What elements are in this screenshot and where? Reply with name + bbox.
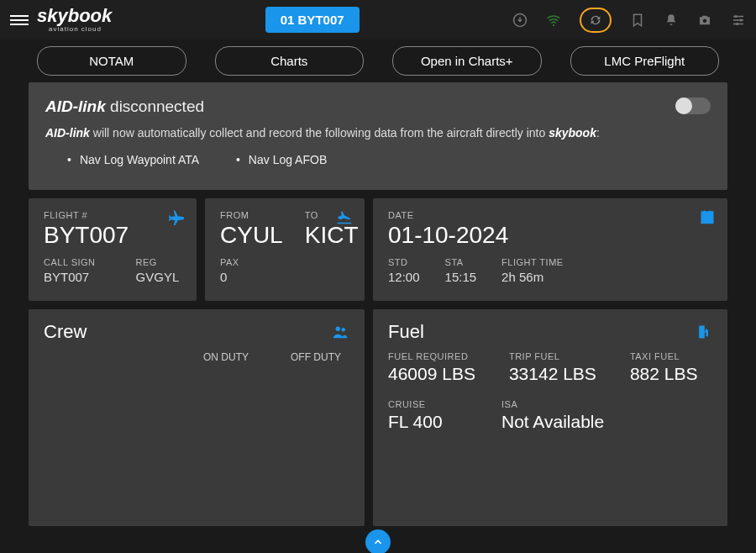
- bell-icon[interactable]: [664, 13, 679, 28]
- aid-link-toggle[interactable]: [675, 97, 711, 114]
- on-duty-header: ON DUTY: [203, 351, 249, 363]
- date-value: 01-10-2024: [388, 222, 712, 249]
- flight-num-label: FLIGHT #: [44, 210, 181, 220]
- flight-selector-button[interactable]: 01 BYT007: [265, 7, 360, 33]
- cruise-label: CRUISE: [388, 399, 468, 409]
- to-value: KICT: [305, 222, 359, 249]
- svg-point-6: [336, 327, 341, 332]
- callsign-label: CALL SIGN: [44, 257, 96, 267]
- trip-fuel-label: TRIP FUEL: [509, 351, 596, 361]
- sta-label: STA: [445, 257, 477, 267]
- takeoff-icon: [336, 208, 353, 225]
- svg-point-3: [735, 15, 738, 18]
- settings-sliders-icon[interactable]: [731, 13, 746, 28]
- flighttime-value: 2h 56m: [501, 270, 564, 284]
- pax-label: PAX: [220, 257, 349, 267]
- brand-tagline: aviation cloud: [49, 26, 112, 33]
- wifi-icon[interactable]: [546, 13, 561, 28]
- toggle-knob: [675, 97, 692, 114]
- off-duty-header: OFF DUTY: [291, 351, 341, 363]
- menu-icon[interactable]: [10, 15, 29, 25]
- svg-point-5: [736, 23, 738, 25]
- plane-icon: [168, 208, 185, 225]
- date-label: DATE: [388, 210, 712, 220]
- flighttime-label: FLIGHT TIME: [501, 257, 564, 267]
- svg-point-1: [553, 24, 554, 25]
- tab-notam[interactable]: NOTAM: [37, 46, 186, 76]
- fuel-card[interactable]: Fuel FUEL REQUIRED 46009 LBS TRIP FUEL 3…: [373, 309, 727, 526]
- reg-label: REG: [136, 257, 180, 267]
- pax-value: 0: [220, 270, 349, 284]
- aid-link-description: AID-link will now automatically collect …: [45, 126, 711, 140]
- route-card[interactable]: FROM CYUL TO KICT PAX 0: [205, 198, 365, 301]
- crew-columns: ON DUTY OFF DUTY: [44, 351, 349, 363]
- taxi-fuel-value: 882 LBS: [630, 364, 698, 384]
- topbar: skybook aviation cloud 01 BYT007: [0, 0, 756, 40]
- flight-card[interactable]: FLIGHT # BYT007 CALL SIGN BYT007 REG GVG…: [29, 198, 197, 301]
- aid-link-card: AID-link disconnected AID-link will now …: [29, 82, 727, 190]
- tab-charts[interactable]: Charts: [215, 46, 365, 76]
- aid-bullet-afob: Nav Log AFOB: [236, 153, 327, 166]
- fuel-pump-icon: [696, 324, 712, 340]
- logo: skybook aviation cloud: [37, 7, 112, 33]
- crew-fuel-row: Crew ON DUTY OFF DUTY Fuel FUEL REQUIRED: [29, 309, 727, 526]
- fuel-title: Fuel: [388, 321, 424, 343]
- taxi-fuel-label: TAXI FUEL: [630, 351, 698, 361]
- isa-value: Not Available: [501, 412, 604, 432]
- cruise-value: FL 400: [388, 412, 468, 432]
- date-card[interactable]: DATE 01-10-2024 STD 12:00 STA 15:15 FLIG…: [373, 198, 727, 301]
- tab-lmc-preflight[interactable]: LMC PreFlight: [570, 46, 720, 76]
- crew-title: Crew: [44, 321, 87, 343]
- svg-point-2: [703, 18, 707, 23]
- aid-link-list: Nav Log Waypoint ATA Nav Log AFOB: [67, 153, 711, 166]
- brand-name: skybook: [37, 7, 112, 25]
- crew-card[interactable]: Crew ON DUTY OFF DUTY: [29, 309, 365, 526]
- svg-point-4: [740, 18, 743, 21]
- std-value: 12:00: [388, 270, 420, 284]
- expand-up-button[interactable]: [365, 529, 391, 553]
- aid-link-title: AID-link disconnected: [45, 97, 711, 116]
- content-area: AID-link disconnected AID-link will now …: [0, 76, 756, 526]
- isa-label: ISA: [501, 399, 604, 409]
- from-label: FROM: [220, 210, 283, 220]
- aid-link-brand: AID-link: [45, 97, 106, 115]
- svg-point-7: [341, 328, 345, 332]
- tab-bar: NOTAM Charts Open in Charts+ LMC PreFlig…: [0, 40, 756, 76]
- reg-value: GVGYL: [136, 270, 180, 284]
- people-icon: [331, 323, 349, 341]
- aid-bullet-waypoint: Nav Log Waypoint ATA: [67, 153, 199, 166]
- topbar-icons: [512, 8, 746, 33]
- from-value: CYUL: [220, 222, 283, 249]
- bookmark-icon[interactable]: [630, 13, 645, 28]
- aid-link-status: disconnected: [110, 97, 204, 115]
- sync-button-highlighted[interactable]: [580, 8, 612, 33]
- calendar-icon: [699, 208, 716, 225]
- info-cards-row: FLIGHT # BYT007 CALL SIGN BYT007 REG GVG…: [29, 198, 727, 301]
- flight-num-value: BYT007: [44, 222, 181, 249]
- tab-open-charts[interactable]: Open in Charts+: [392, 46, 542, 76]
- camera-icon[interactable]: [697, 13, 712, 28]
- download-icon[interactable]: [512, 13, 528, 28]
- std-label: STD: [388, 257, 420, 267]
- callsign-value: BYT007: [44, 270, 96, 284]
- fuel-req-value: 46009 LBS: [388, 364, 475, 384]
- trip-fuel-value: 33142 LBS: [509, 364, 596, 384]
- fuel-req-label: FUEL REQUIRED: [388, 351, 475, 361]
- sync-icon: [589, 13, 602, 27]
- topbar-center: 01 BYT007: [112, 7, 512, 33]
- sta-value: 15:15: [445, 270, 477, 284]
